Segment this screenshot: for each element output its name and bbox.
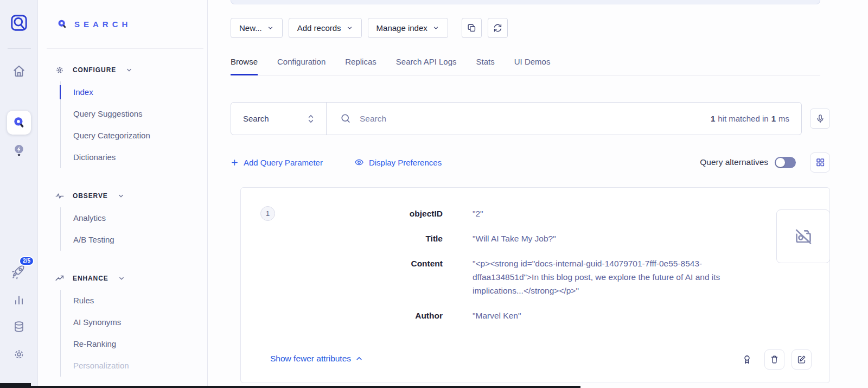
voice-search-button[interactable] (810, 109, 830, 129)
refresh-icon (493, 23, 503, 33)
tab-browse[interactable]: Browse (231, 57, 258, 75)
sidebar-item-query-categorization[interactable]: Query Categorization (73, 125, 207, 147)
tab-ui-demos[interactable]: UI Demos (514, 57, 551, 75)
index-header-remnant (231, 0, 820, 4)
section-label: CONFIGURE (73, 66, 116, 74)
tab-replicas[interactable]: Replicas (345, 57, 376, 75)
record-rank-badge: 1 (260, 206, 275, 221)
home-icon[interactable] (11, 63, 27, 79)
field-row-author: Author "Marvel Ken" (241, 309, 829, 322)
section-header-enhance[interactable]: ENHANCE (38, 273, 207, 283)
tab-configuration[interactable]: Configuration (277, 57, 326, 75)
record-card: 1 objectID "2" Title "Will AI Take My Jo… (240, 187, 830, 383)
rail-divider (8, 48, 31, 49)
field-value: "Will AI Take My Job?" (473, 232, 765, 245)
magnifier-icon (340, 113, 352, 124)
search-query-zone: 1 hit matched in 1 ms (327, 103, 801, 135)
trend-up-icon (55, 273, 65, 283)
gear-icon (55, 65, 65, 75)
field-row-title: Title "Will AI Take My Job?" (241, 232, 829, 245)
manage-index-dropdown-button[interactable]: Manage index (368, 18, 448, 38)
bottom-window-edge-corner (0, 383, 31, 388)
bar-chart-icon[interactable] (12, 294, 25, 307)
edit-icon (796, 354, 807, 365)
copy-icon (467, 23, 477, 33)
product-header: SEARCH (56, 18, 131, 30)
search-stats: 1 hit matched in 1 ms (711, 114, 789, 123)
trash-icon (769, 354, 780, 365)
show-fewer-attributes-link[interactable]: Show fewer attributes (270, 354, 363, 364)
sidebar-item-analytics[interactable]: Analytics (73, 207, 207, 229)
search-input[interactable] (360, 114, 703, 124)
sidebar-item-index[interactable]: Index (73, 81, 207, 103)
search-product-tab-active[interactable] (7, 111, 31, 135)
display-preferences-link[interactable]: Display Preferences (354, 157, 442, 167)
chevron-up-icon (355, 355, 363, 362)
nav-section-observe: OBSERVE Analytics A/B Testing (38, 191, 207, 251)
pulse-icon (55, 191, 65, 201)
add-query-parameter-link[interactable]: Add Query Parameter (231, 158, 323, 167)
sidebar-item-personalization[interactable]: Personalization (73, 355, 207, 377)
section-label: OBSERVE (73, 192, 108, 200)
section-header-observe[interactable]: OBSERVE (38, 191, 207, 201)
up-down-chevrons-icon (307, 113, 315, 125)
delete-record-button[interactable] (764, 349, 784, 370)
search-bar: Search 1 hit matched in 1 ms (231, 102, 802, 135)
sidebar-nav: CONFIGURE Index Query Suggestions Query … (38, 60, 207, 377)
product-title: SEARCH (74, 20, 131, 29)
eye-icon (354, 157, 364, 167)
microphone-icon (815, 113, 825, 124)
promote-record-button[interactable] (739, 352, 755, 368)
query-controls-row: Add Query Parameter Display Preferences … (231, 152, 830, 172)
algolia-logo[interactable] (9, 13, 29, 33)
main-content: New... Add records Manage index (208, 0, 868, 388)
app-rail: 2/5 (0, 0, 38, 388)
grid-view-icon (815, 157, 825, 167)
refresh-button[interactable] (488, 18, 508, 38)
sidebar-item-re-ranking[interactable]: Re-Ranking (73, 333, 207, 355)
record-fields: objectID "2" Title "Will AI Take My Job?… (241, 188, 829, 322)
product-sidebar: SEARCH CONFIGURE Index Query Suggestions… (38, 0, 208, 388)
tab-stats[interactable]: Stats (476, 57, 495, 75)
plus-icon (231, 158, 239, 167)
tab-bar: Browse Configuration Replicas Search API… (231, 57, 820, 76)
chevron-down-icon (125, 66, 133, 74)
field-label: Title (241, 232, 443, 245)
search-scope-select[interactable]: Search (231, 103, 327, 135)
section-header-configure[interactable]: CONFIGURE (38, 65, 207, 75)
chevron-down-icon (346, 24, 353, 31)
sidebar-item-dictionaries[interactable]: Dictionaries (73, 147, 207, 168)
camera-off-icon (793, 226, 814, 247)
database-icon[interactable] (12, 320, 25, 333)
query-alternatives-label: Query alternatives (700, 157, 768, 167)
toolbar: New... Add records Manage index (231, 18, 508, 38)
grid-view-button[interactable] (810, 152, 830, 173)
field-value: "2" (473, 207, 765, 220)
field-value: "<p><strong id="docs-internal-guid-14079… (473, 257, 765, 297)
query-alternatives-toggle[interactable] (775, 157, 796, 168)
section-label: ENHANCE (73, 275, 108, 282)
sidebar-item-ab-testing[interactable]: A/B Testing (73, 229, 207, 251)
rocket-icon[interactable] (10, 264, 27, 280)
field-value: "Marvel Ken" (473, 309, 765, 322)
tab-search-api-logs[interactable]: Search API Logs (396, 57, 457, 75)
edit-record-button[interactable] (792, 349, 812, 370)
chevron-down-icon (117, 192, 125, 200)
search-product-icon (12, 116, 26, 130)
nav-section-enhance: ENHANCE Rules AI Synonyms Re-Ranking Per… (38, 273, 207, 377)
sidebar-item-query-suggestions[interactable]: Query Suggestions (73, 103, 207, 125)
copy-button[interactable] (462, 18, 482, 38)
chevron-down-icon (267, 24, 274, 31)
sidebar-item-rules[interactable]: Rules (73, 290, 207, 311)
chevron-down-icon (118, 275, 125, 282)
nav-section-configure: CONFIGURE Index Query Suggestions Query … (38, 65, 207, 168)
field-row-content: Content "<p><strong id="docs-internal-gu… (241, 257, 829, 297)
sidebar-item-ai-synonyms[interactable]: AI Synonyms (73, 311, 207, 333)
new-dropdown-button[interactable]: New... (231, 18, 283, 38)
recommend-icon[interactable] (12, 143, 26, 160)
gear-icon[interactable] (12, 348, 25, 361)
add-records-dropdown-button[interactable]: Add records (289, 18, 362, 38)
field-row-objectid: objectID "2" (241, 207, 829, 220)
usage-badge: 2/5 (19, 256, 34, 266)
search-product-icon (56, 18, 68, 30)
